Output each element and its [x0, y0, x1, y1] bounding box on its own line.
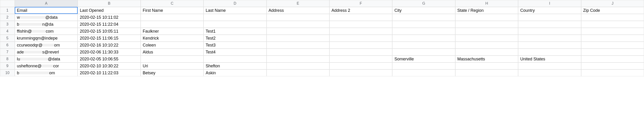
cell-C8[interactable] [141, 56, 204, 62]
cell-H8[interactable]: Massachusetts [455, 56, 518, 62]
row-header-2[interactable]: 2 [0, 14, 15, 21]
cell-F4[interactable] [330, 28, 392, 35]
cell-A8[interactable]: lu@data [15, 56, 78, 62]
cell-D6[interactable]: Test3 [204, 42, 266, 49]
row-header-7[interactable]: 7 [0, 49, 15, 56]
cell-J2[interactable] [581, 14, 644, 21]
cell-J3[interactable] [581, 21, 644, 28]
cell-J1[interactable]: Zip Code [581, 7, 644, 14]
cell-D10[interactable]: Askin [204, 69, 266, 76]
cell-C1[interactable]: First Name [141, 7, 204, 14]
cell-E5[interactable] [266, 35, 330, 42]
cell-B6[interactable]: 2020-02-16 10:10:22 [78, 42, 140, 49]
col-header-A[interactable]: A [15, 0, 78, 7]
cell-I2[interactable] [518, 14, 581, 21]
cell-C6[interactable]: Coleen [141, 42, 204, 49]
cell-E7[interactable] [266, 49, 330, 56]
cell-E10[interactable] [266, 69, 330, 76]
cell-I3[interactable] [518, 21, 581, 28]
cell-I5[interactable] [518, 35, 581, 42]
cell-J4[interactable] [581, 28, 644, 35]
cell-D5[interactable]: Test2 [204, 35, 266, 42]
cell-B3[interactable]: 2020-02-15 11:22:04 [78, 21, 140, 28]
cell-E4[interactable] [266, 28, 330, 35]
col-header-D[interactable]: D [204, 0, 266, 7]
cell-B5[interactable]: 2020-02-15 11:06:15 [78, 35, 140, 42]
col-header-F[interactable]: F [330, 0, 392, 7]
row-header-8[interactable]: 8 [0, 56, 15, 62]
cell-C2[interactable] [141, 14, 204, 21]
cell-B4[interactable]: 2020-02-15 10:05:11 [78, 28, 140, 35]
col-header-G[interactable]: G [392, 0, 455, 7]
cell-J6[interactable] [581, 42, 644, 49]
col-header-E[interactable]: E [266, 0, 330, 7]
cell-I4[interactable] [518, 28, 581, 35]
col-header-B[interactable]: B [78, 0, 140, 7]
cell-J5[interactable] [581, 35, 644, 42]
row-header-4[interactable]: 4 [0, 28, 15, 35]
cell-H9[interactable] [455, 62, 518, 69]
cell-D2[interactable] [204, 14, 266, 21]
col-header-H[interactable]: H [455, 0, 518, 7]
row-header-5[interactable]: 5 [0, 35, 15, 42]
cell-I7[interactable] [518, 49, 581, 56]
cell-F3[interactable] [330, 21, 392, 28]
cell-H1[interactable]: State / Region [455, 7, 518, 14]
cell-A2[interactable]: w@data [15, 14, 78, 21]
cell-I8[interactable]: United States [518, 56, 581, 62]
cell-B7[interactable]: 2020-02-06 11:30:33 [78, 49, 140, 56]
cell-F8[interactable] [330, 56, 392, 62]
cell-E3[interactable] [266, 21, 330, 28]
cell-E1[interactable]: Address [266, 7, 330, 14]
cell-C7[interactable]: Aldus [141, 49, 204, 56]
cell-H3[interactable] [455, 21, 518, 28]
cell-G3[interactable] [392, 21, 455, 28]
cell-G6[interactable] [392, 42, 455, 49]
cell-C4[interactable]: Faulkner [141, 28, 204, 35]
cell-E2[interactable] [266, 14, 330, 21]
col-header-J[interactable]: J [581, 0, 644, 7]
cell-G4[interactable] [392, 28, 455, 35]
cell-I6[interactable] [518, 42, 581, 49]
cell-A9[interactable]: usheftonne@cor [15, 62, 78, 69]
cell-G8[interactable]: Somerville [392, 56, 455, 62]
cell-F7[interactable] [330, 49, 392, 56]
cell-H2[interactable] [455, 14, 518, 21]
cell-H5[interactable] [455, 35, 518, 42]
cell-G5[interactable] [392, 35, 455, 42]
cell-A5[interactable]: krummingqm@indepe [15, 35, 78, 42]
row-header-3[interactable]: 3 [0, 21, 15, 28]
cell-I1[interactable]: Country [518, 7, 581, 14]
cell-B8[interactable]: 2020-02-05 10:06:55 [78, 56, 140, 62]
corner-cell[interactable] [0, 0, 15, 7]
cell-F9[interactable] [330, 62, 392, 69]
cell-D4[interactable]: Test1 [204, 28, 266, 35]
cell-B9[interactable]: 2020-02-10 10:30:22 [78, 62, 140, 69]
cell-J7[interactable] [581, 49, 644, 56]
cell-G1[interactable]: City [392, 7, 455, 14]
cell-E8[interactable] [266, 56, 330, 62]
row-header-10[interactable]: 10 [0, 69, 15, 76]
cell-I9[interactable] [518, 62, 581, 69]
cell-F6[interactable] [330, 42, 392, 49]
cell-D8[interactable] [204, 56, 266, 62]
cell-H4[interactable] [455, 28, 518, 35]
cell-D3[interactable] [204, 21, 266, 28]
cell-F10[interactable] [330, 69, 392, 76]
cell-F1[interactable]: Address 2 [330, 7, 392, 14]
cell-H7[interactable] [455, 49, 518, 56]
cell-B1[interactable]: Last Opened [78, 7, 140, 14]
cell-A6[interactable]: ccurwoodqr@om [15, 42, 78, 49]
cell-C9[interactable]: Uri [141, 62, 204, 69]
cell-G9[interactable] [392, 62, 455, 69]
cell-G7[interactable] [392, 49, 455, 56]
cell-C3[interactable] [141, 21, 204, 28]
cell-G2[interactable] [392, 14, 455, 21]
cell-F5[interactable] [330, 35, 392, 42]
cell-D9[interactable]: Shefton [204, 62, 266, 69]
cell-J8[interactable] [581, 56, 644, 62]
cell-H10[interactable] [455, 69, 518, 76]
cell-J9[interactable] [581, 62, 644, 69]
cell-C10[interactable]: Betsey [141, 69, 204, 76]
row-header-6[interactable]: 6 [0, 42, 15, 49]
